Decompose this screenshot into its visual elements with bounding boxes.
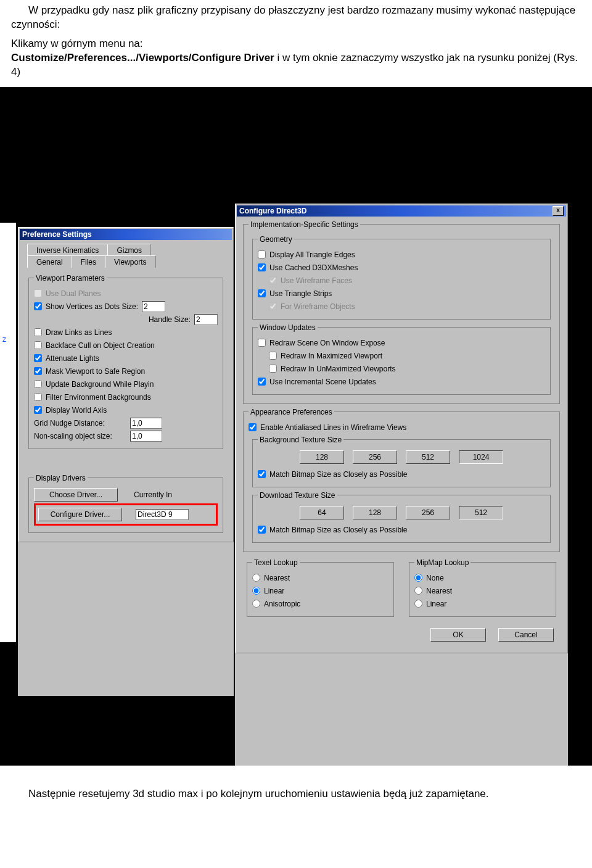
dl-tex-64-button[interactable]: 64 <box>300 506 344 519</box>
bg-match-bitmap-row[interactable]: Match Bitmap Size as Closely as Possible <box>258 469 545 480</box>
vertices-size-input[interactable] <box>142 301 165 312</box>
tab-general[interactable]: General <box>27 255 72 268</box>
mask-viewport-checkbox[interactable] <box>34 367 42 375</box>
display-drivers-group: Display Drivers Choose Driver... Current… <box>28 474 223 533</box>
bg-tex-512-button[interactable]: 512 <box>406 450 450 464</box>
dl-texture-buttons: 64 128 256 512 <box>258 506 545 519</box>
configure-direct3d-dialog: Configure Direct3D x Implementation-Spec… <box>234 203 569 766</box>
texel-anisotropic-radio[interactable] <box>252 600 260 608</box>
incremental-updates-row[interactable]: Use Incremental Scene Updates <box>258 376 545 387</box>
close-icon[interactable]: x <box>553 206 564 216</box>
draw-links-checkbox[interactable] <box>34 328 42 336</box>
mipmap-nearest-row[interactable]: Nearest <box>414 585 551 597</box>
filter-env-checkbox[interactable] <box>34 393 42 401</box>
filter-env-row[interactable]: Filter Environment Backgrounds <box>34 392 218 403</box>
intro-bold-path: Customize/Preferences.../Viewports/Confi… <box>11 52 274 64</box>
bg-match-bitmap-checkbox[interactable] <box>258 470 266 478</box>
tab-inverse-kinematics[interactable]: Inverse Kinematics <box>27 244 108 256</box>
nonscaling-label: Non-scaling object size: <box>34 432 126 440</box>
backface-cull-row[interactable]: Backface Cull on Object Creation <box>34 340 218 351</box>
ok-button[interactable]: OK <box>430 628 486 642</box>
texel-nearest-radio[interactable] <box>252 574 260 582</box>
redraw-on-expose-row[interactable]: Redraw Scene On Window Expose <box>258 337 545 349</box>
mipmap-linear-row[interactable]: Linear <box>414 598 551 610</box>
texel-lookup-group: Texel Lookup Nearest Linear Anisotropic <box>247 558 394 617</box>
use-triangle-strips-checkbox[interactable] <box>258 289 266 297</box>
grid-nudge-input[interactable] <box>130 418 162 429</box>
mipmap-nearest-radio[interactable] <box>414 587 422 595</box>
filter-env-label: Filter Environment Backgrounds <box>46 393 151 402</box>
dl-match-bitmap-checkbox[interactable] <box>258 526 266 534</box>
dl-tex-512-button[interactable]: 512 <box>459 506 503 519</box>
draw-links-row[interactable]: Draw Links as Lines <box>34 327 218 338</box>
redraw-maximized-checkbox[interactable] <box>269 352 277 360</box>
show-vertices-row[interactable]: Show Vertices as Dots Size: <box>34 301 218 312</box>
texel-linear-radio[interactable] <box>252 587 260 595</box>
dl-match-bitmap-label: Match Bitmap Size as Closely as Possible <box>269 526 407 534</box>
incremental-updates-checkbox[interactable] <box>258 378 266 386</box>
bg-tex-1024-button[interactable]: 1024 <box>459 450 503 464</box>
redraw-maximized-row[interactable]: Redraw In Maximized Viewport <box>269 350 545 362</box>
background-texture-size-group: Background Texture Size 128 256 512 1024… <box>252 436 551 487</box>
mask-viewport-label: Mask Viewport to Safe Region <box>46 367 145 376</box>
use-cached-meshes-row[interactable]: Use Cached D3DXMeshes <box>258 262 545 273</box>
tab-gizmos[interactable]: Gizmos <box>107 244 151 256</box>
display-world-axis-checkbox[interactable] <box>34 406 42 414</box>
texel-nearest-label: Nearest <box>264 574 290 582</box>
texel-anisotropic-row[interactable]: Anisotropic <box>252 598 388 610</box>
mipmap-none-row[interactable]: None <box>414 572 551 584</box>
dl-match-bitmap-row[interactable]: Match Bitmap Size as Closely as Possible <box>258 524 545 535</box>
handle-size-label: Handle Size: <box>149 315 191 324</box>
show-vertices-checkbox[interactable] <box>34 302 42 310</box>
tab-viewports[interactable]: Viewports <box>105 255 155 268</box>
nonscaling-input[interactable] <box>130 431 162 442</box>
texel-nearest-row[interactable]: Nearest <box>252 572 388 584</box>
texel-anisotropic-label: Anisotropic <box>264 600 300 608</box>
texel-linear-row[interactable]: Linear <box>252 585 388 597</box>
mask-viewport-row[interactable]: Mask Viewport to Safe Region <box>34 366 218 377</box>
window-updates-group: Window Updates Redraw Scene On Window Ex… <box>252 323 551 395</box>
enable-aa-lines-row[interactable]: Enable Antialiased Lines in Wireframe Vi… <box>249 422 554 433</box>
appearance-preferences-legend: Appearance Preferences <box>249 408 334 416</box>
backface-cull-checkbox[interactable] <box>34 341 42 349</box>
for-wireframe-objects-checkbox <box>269 302 277 310</box>
use-cached-meshes-checkbox[interactable] <box>258 263 266 271</box>
display-world-axis-row[interactable]: Display World Axis <box>34 405 218 416</box>
dl-tex-128-button[interactable]: 128 <box>353 506 397 519</box>
nonscaling-row: Non-scaling object size: <box>34 431 218 442</box>
implementation-specific-group: Implementation-Specific Settings Geometr… <box>243 220 560 404</box>
display-all-triangle-edges-row[interactable]: Display All Triangle Edges <box>258 249 545 260</box>
viewport-parameters-legend: Viewport Parameters <box>34 274 107 283</box>
handle-size-row: Handle Size: <box>34 314 218 325</box>
use-triangle-strips-row[interactable]: Use Triangle Strips <box>258 288 545 299</box>
update-bg-checkbox[interactable] <box>34 380 42 388</box>
tab-files[interactable]: Files <box>72 255 105 268</box>
choose-driver-button[interactable]: Choose Driver... <box>34 488 118 502</box>
redraw-maximized-label: Redraw In Maximized Viewport <box>281 352 382 360</box>
mipmap-none-radio[interactable] <box>414 574 422 582</box>
update-bg-row[interactable]: Update Background While Playin <box>34 379 218 390</box>
enable-aa-lines-checkbox[interactable] <box>249 423 257 431</box>
preference-settings-titlebar[interactable]: Preference Settings <box>20 229 232 240</box>
configure-direct3d-titlebar[interactable]: Configure Direct3D x <box>237 205 566 217</box>
mipmap-linear-radio[interactable] <box>414 600 422 608</box>
preference-settings-dialog: Preference Settings Inverse Kinematics G… <box>17 226 234 696</box>
attenuate-lights-row[interactable]: Attenuate Lights <box>34 353 218 364</box>
redraw-on-expose-checkbox[interactable] <box>258 339 266 347</box>
mipmap-linear-label: Linear <box>426 600 446 608</box>
pref-tab-row-2: General Files Viewports <box>27 255 232 268</box>
redraw-unmaximized-checkbox[interactable] <box>269 365 277 373</box>
appearance-preferences-group: Appearance Preferences Enable Antialiase… <box>243 408 560 552</box>
configure-driver-button[interactable]: Configure Driver... <box>38 508 122 521</box>
bg-tex-256-button[interactable]: 256 <box>353 450 397 464</box>
attenuate-lights-checkbox[interactable] <box>34 354 42 362</box>
current-driver-field[interactable] <box>136 509 189 520</box>
grid-nudge-row: Grid Nudge Distance: <box>34 418 218 429</box>
redraw-unmaximized-row[interactable]: Redraw In UnMaximized Viewports <box>269 363 545 374</box>
intro-pre: Klikamy w górnym menu na: <box>11 38 143 49</box>
bg-tex-128-button[interactable]: 128 <box>300 450 344 464</box>
display-all-triangle-edges-checkbox[interactable] <box>258 250 266 258</box>
handle-size-input[interactable] <box>194 314 218 325</box>
dl-tex-256-button[interactable]: 256 <box>406 506 450 519</box>
cancel-button[interactable]: Cancel <box>498 628 554 642</box>
